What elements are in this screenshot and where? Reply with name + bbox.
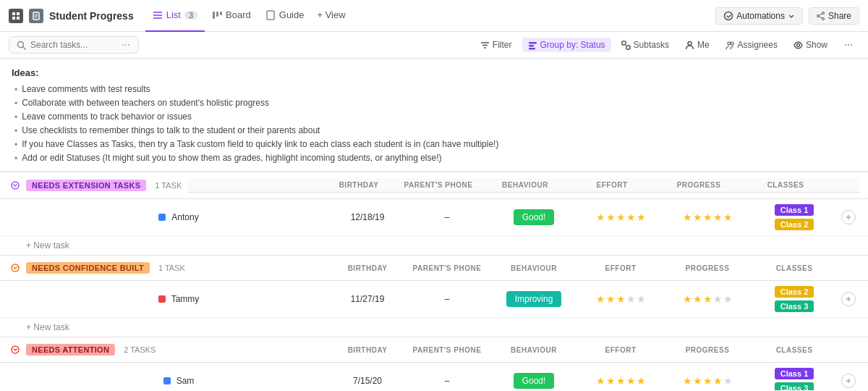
section-label-extension: NEEDS EXTENSION TASKS [26,180,146,191]
col-parents-phone: PARENT'S PHONE [395,181,482,189]
section-label-attention: NEEDS ATTENTION [26,344,115,356]
task-dot [163,377,171,384]
phone-cell: – [404,212,490,222]
toolbar: Filter Group by: Status Subtasks Me Assi… [0,32,868,59]
search-input[interactable] [30,40,117,50]
col-actions [829,181,851,189]
show-button[interactable]: Show [788,38,833,52]
subtasks-icon [621,41,631,50]
svg-rect-29 [529,42,537,44]
section-needs-confidence: NEEDS CONFIDENCE BUILT 1 TASK BIRTHDAY P… [0,255,868,337]
search-box[interactable] [9,36,139,54]
row-actions[interactable] [838,210,859,224]
tab-guide[interactable]: Guide [258,0,312,32]
birthday-cell: 12/18/19 [331,212,404,222]
task-dot [158,295,166,303]
class-badge: Class 2 [775,219,814,230]
svg-rect-3 [17,17,20,20]
ideas-section: Ideas: Leave comments with test results … [0,59,868,172]
svg-point-24 [125,44,127,46]
row-actions[interactable] [838,374,859,388]
phone-cell: – [404,294,490,304]
more-search-icon [122,41,130,49]
automations-button[interactable]: Automations [715,7,803,25]
row-actions[interactable] [838,292,859,306]
tab-board[interactable]: Board [205,0,258,32]
new-task-confidence[interactable]: + New task [0,318,868,337]
section-toggle-attention[interactable] [9,343,22,356]
section-toggle-extension[interactable] [9,179,22,192]
section-count-attention: 2 TASKS [124,345,156,354]
add-row-button[interactable] [841,210,856,224]
add-row-button[interactable] [841,374,856,388]
class-badge: Class 3 [775,382,814,390]
behaviour-badge: Improving [506,291,562,307]
classes-cell: Class 1 Class 2 [751,203,838,231]
section-count-confidence: 1 TASK [158,264,185,272]
table-row: Antony 12/18/19 – Good! ★★★★★ ★★★★★ Clas… [0,199,868,236]
behaviour-cell: Good! [490,209,577,225]
group-by-button[interactable]: Group by: Status [522,38,611,52]
svg-point-39 [848,44,849,46]
progress-stars: ★★★★★ [683,211,733,223]
filter-button[interactable]: Filter [475,38,518,52]
idea-item: Use checklists to remember things to tal… [14,124,856,138]
col-phone-3: PARENT'S PHONE [404,346,490,354]
col-classes-3: CLASSES [751,346,838,354]
nav-icon [9,9,23,23]
toolbar-right: Filter Group by: Status Subtasks Me Assi… [475,38,859,52]
class-badge: Class 1 [775,204,814,216]
section-toggle-confidence[interactable] [9,261,22,274]
svg-point-25 [128,44,129,46]
more-icon [843,40,854,50]
more-toolbar-button[interactable] [838,38,859,52]
svg-rect-2 [12,17,15,20]
svg-point-18 [817,14,819,17]
svg-point-15 [725,12,733,20]
classes-cell: Class 1 Class 3 [751,367,838,390]
top-nav: Student Progress List 3 Board Guide + Vi… [0,0,868,32]
col-progress: PROGRESS [655,181,742,189]
new-task-extension[interactable]: + New task [0,236,868,255]
behaviour-cell: Good! [490,373,577,389]
col-behaviour: BEHAVIOUR [482,181,569,189]
task-dot [158,214,166,221]
idea-item: Leave comments with test results [14,83,856,96]
effort-stars: ★★★★★ [596,293,646,305]
subtasks-button[interactable]: Subtasks [616,38,675,52]
svg-rect-1 [17,12,20,15]
section-needs-attention: NEEDS ATTENTION 2 TASKS BIRTHDAY PARENT'… [0,337,868,390]
effort-cell: ★★★★★ [577,375,664,387]
col-effort-2: EFFORT [577,264,664,272]
effort-cell: ★★★★★ [577,293,664,305]
me-icon [685,41,694,50]
classes-cell: Class 2 Class 3 [751,285,838,313]
group-icon [528,41,537,50]
assignees-button[interactable]: Assignees [720,38,783,52]
tab-list[interactable]: List 3 [145,0,205,32]
section-header-attention: NEEDS ATTENTION 2 TASKS BIRTHDAY PARENT'… [0,337,868,363]
share-button[interactable]: Share [809,7,859,25]
section-header-confidence: NEEDS CONFIDENCE BUILT 1 TASK BIRTHDAY P… [0,255,868,281]
progress-cell: ★★★★★ [664,211,751,223]
add-view-button[interactable]: + View [311,0,351,32]
section-needs-extension: NEEDS EXTENSION TASKS 1 TASK BIRTHDAY PA… [0,172,868,255]
col-progress-3: PROGRESS [664,346,751,354]
ideas-title: Ideas: [12,67,856,78]
svg-line-20 [819,16,822,17]
me-button[interactable]: Me [679,38,715,52]
birthday-cell: 11/27/19 [331,294,404,304]
svg-rect-31 [529,48,535,50]
progress-stars: ★★★★★ [683,293,733,305]
class-badge: Class 1 [775,368,814,379]
col-classes-2: CLASSES [751,264,838,272]
svg-rect-32 [622,41,626,45]
svg-rect-13 [220,12,222,15]
svg-rect-11 [213,12,215,19]
show-icon [793,41,803,50]
svg-point-16 [822,12,824,14]
svg-rect-14 [267,11,274,20]
effort-stars: ★★★★★ [596,375,646,387]
add-row-button[interactable] [841,292,856,306]
svg-point-17 [822,17,824,20]
